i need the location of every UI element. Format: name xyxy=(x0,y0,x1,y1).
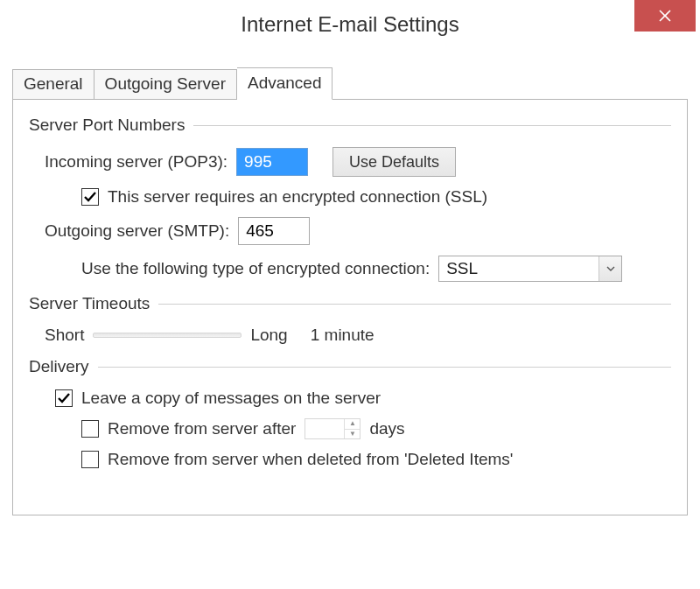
row-remove-after: Remove from server after ▲ ▼ days xyxy=(81,418,671,439)
incoming-server-label: Incoming server (POP3): xyxy=(45,152,228,172)
close-button[interactable] xyxy=(634,0,696,32)
group-server-port-numbers: Server Port Numbers xyxy=(29,116,671,135)
remove-after-days-value xyxy=(305,419,344,438)
title-bar: Internet E-mail Settings xyxy=(0,0,700,49)
outgoing-server-label: Outgoing server (SMTP): xyxy=(45,221,229,241)
timeout-slider[interactable] xyxy=(93,333,242,338)
ssl-required-checkbox[interactable] xyxy=(81,188,99,206)
check-icon xyxy=(83,190,97,204)
check-icon xyxy=(57,391,71,405)
spinner-down-icon[interactable]: ▼ xyxy=(345,430,360,439)
spinner-up-icon[interactable]: ▲ xyxy=(345,419,360,430)
timeout-short-label: Short xyxy=(45,326,84,345)
row-outgoing-server: Outgoing server (SMTP): xyxy=(45,217,671,245)
group-title: Server Port Numbers xyxy=(29,116,185,135)
use-defaults-button[interactable]: Use Defaults xyxy=(332,147,456,177)
group-title: Delivery xyxy=(29,357,89,376)
leave-copy-label: Leave a copy of messages on the server xyxy=(81,389,381,408)
spinner-buttons[interactable]: ▲ ▼ xyxy=(344,419,360,438)
chevron-down-icon xyxy=(606,266,615,271)
group-delivery: Delivery xyxy=(29,357,671,376)
remove-deleted-checkbox[interactable] xyxy=(81,451,99,468)
group-server-timeouts: Server Timeouts xyxy=(29,294,671,313)
ssl-required-label: This server requires an encrypted connec… xyxy=(108,187,487,207)
tab-advanced[interactable]: Advanced xyxy=(237,67,333,100)
leave-copy-checkbox[interactable] xyxy=(55,389,73,407)
group-title: Server Timeouts xyxy=(29,294,150,313)
row-incoming-server: Incoming server (POP3): Use Defaults xyxy=(45,147,671,177)
timeout-long-label: Long xyxy=(250,326,287,345)
row-timeout-slider: Short Long 1 minute xyxy=(45,326,671,345)
window-title: Internet E-mail Settings xyxy=(241,12,458,37)
tab-general[interactable]: General xyxy=(12,69,94,100)
group-divider xyxy=(98,367,671,368)
remove-after-label-post: days xyxy=(369,419,404,438)
encryption-type-select[interactable]: SSL xyxy=(438,256,622,282)
remove-after-days-spinner[interactable]: ▲ ▼ xyxy=(304,418,360,439)
encryption-type-label: Use the following type of encrypted conn… xyxy=(81,259,430,278)
advanced-panel: Server Port Numbers Incoming server (POP… xyxy=(12,99,688,515)
remove-after-label-pre: Remove from server after xyxy=(108,419,296,438)
row-encryption-type: Use the following type of encrypted conn… xyxy=(81,256,671,282)
outgoing-server-port-input[interactable] xyxy=(238,217,310,245)
encryption-type-value: SSL xyxy=(446,259,478,278)
row-ssl-required: This server requires an encrypted connec… xyxy=(81,187,671,207)
remove-after-checkbox[interactable] xyxy=(81,420,99,438)
group-divider xyxy=(158,304,671,305)
remove-deleted-label: Remove from server when deleted from 'De… xyxy=(108,450,513,469)
dropdown-button[interactable] xyxy=(598,256,621,281)
incoming-server-port-input[interactable] xyxy=(236,148,308,176)
tab-strip: General Outgoing Server Advanced xyxy=(0,67,700,99)
close-icon xyxy=(659,10,671,22)
row-remove-deleted: Remove from server when deleted from 'De… xyxy=(81,450,671,469)
group-divider xyxy=(193,125,671,126)
timeout-value: 1 minute xyxy=(311,326,374,345)
tab-outgoing-server[interactable]: Outgoing Server xyxy=(94,69,237,100)
row-leave-copy: Leave a copy of messages on the server xyxy=(55,389,671,408)
